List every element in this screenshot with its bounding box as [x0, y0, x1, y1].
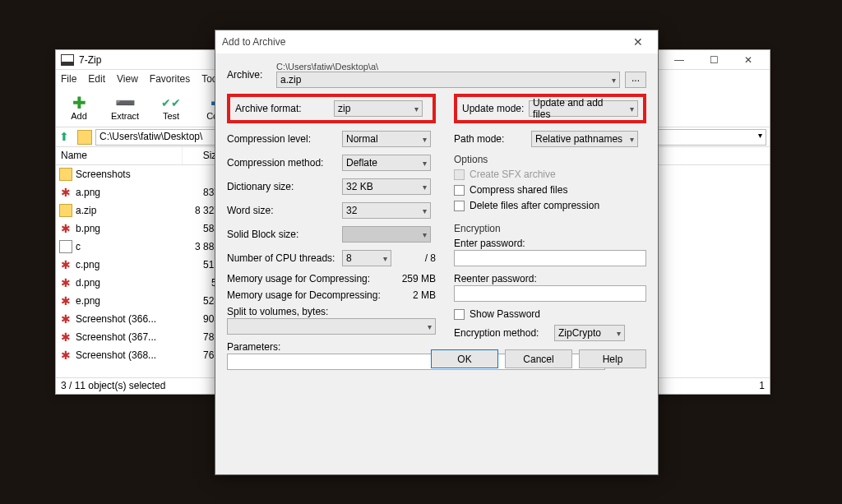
- options-heading: Options: [454, 154, 646, 165]
- enc-method-label: Encryption method:: [454, 327, 554, 339]
- file-name: c.png: [76, 259, 183, 270]
- folder-icon: [77, 130, 92, 145]
- encryption-heading: Encryption: [454, 223, 646, 234]
- toolbar-extract[interactable]: ➖ Extract: [107, 95, 143, 121]
- reenter-pw-label: Reenter password:: [454, 273, 646, 284]
- folder-icon: [59, 204, 72, 217]
- toolbar-extract-label: Extract: [111, 111, 139, 121]
- delete-checkbox[interactable]: [454, 201, 465, 211]
- minus-icon: ➖: [116, 95, 134, 111]
- params-label: Parameters:: [227, 341, 436, 353]
- word-size-select[interactable]: 32: [342, 202, 431, 219]
- delete-label: Delete files after compression: [470, 200, 599, 211]
- menu-view[interactable]: View: [117, 73, 138, 85]
- mem-decompress-label: Memory usage for Decompressing:: [227, 289, 381, 301]
- image-icon: ✱: [59, 186, 72, 199]
- image-icon: ✱: [59, 331, 72, 344]
- archive-label: Archive:: [227, 69, 276, 81]
- file-name: Screenshot (368...: [76, 349, 183, 361]
- file-icon: [59, 240, 72, 253]
- file-name: Screenshot (367...: [76, 331, 183, 343]
- help-button[interactable]: Help: [579, 349, 646, 368]
- file-name: a.zip: [76, 205, 183, 216]
- file-name: d.png: [76, 277, 183, 289]
- cancel-button[interactable]: Cancel: [505, 349, 572, 368]
- enc-method-select[interactable]: ZipCrypto: [554, 325, 625, 341]
- update-mode-highlight: Update mode: Update and add files: [454, 94, 646, 123]
- archive-format-highlight: Archive format: zip: [227, 94, 436, 123]
- image-icon: ✱: [59, 312, 72, 326]
- update-mode-select[interactable]: Update and add files: [529, 100, 638, 117]
- dictionary-select[interactable]: 32 KB: [342, 178, 431, 195]
- dictionary-label: Dictionary size:: [227, 181, 342, 192]
- minimize-button[interactable]: —: [663, 51, 696, 69]
- solid-block-label: Solid Block size:: [227, 229, 342, 240]
- image-icon: ✱: [59, 294, 72, 307]
- toolbar-test[interactable]: ✔✔ Test: [153, 95, 189, 121]
- compression-method-label: Compression method:: [227, 157, 342, 169]
- sfx-label: Create SFX archive: [470, 169, 556, 180]
- cpu-total: / 8: [425, 252, 436, 264]
- password-input[interactable]: [454, 250, 646, 266]
- format-select[interactable]: zip: [334, 100, 423, 117]
- menu-favorites[interactable]: Favorites: [150, 73, 190, 85]
- status-right: 1: [759, 380, 765, 392]
- dialog-close-button[interactable]: ✕: [625, 35, 651, 49]
- file-name: Screenshots: [76, 169, 183, 180]
- up-icon[interactable]: ⬆: [59, 130, 74, 145]
- image-icon: ✱: [59, 258, 72, 271]
- add-to-archive-dialog: Add to Archive ✕ Archive: C:\Users\fatiw…: [215, 30, 659, 475]
- image-icon: ✱: [59, 349, 72, 362]
- word-size-label: Word size:: [227, 205, 342, 216]
- file-name: b.png: [76, 223, 183, 234]
- dialog-titlebar: Add to Archive ✕: [215, 30, 658, 53]
- menu-edit[interactable]: Edit: [88, 73, 105, 85]
- compression-method-select[interactable]: Deflate: [342, 155, 431, 171]
- mem-compress-value: 259 MB: [402, 273, 436, 284]
- col-name-header[interactable]: Name: [56, 147, 183, 164]
- image-icon: ✱: [59, 276, 72, 289]
- path-mode-label: Path mode:: [454, 133, 531, 145]
- folder-icon: [59, 168, 72, 181]
- plus-icon: ✚: [70, 95, 88, 111]
- compression-level-select[interactable]: Normal: [342, 131, 431, 147]
- shared-label: Compress shared files: [470, 184, 567, 196]
- update-label: Update mode:: [462, 103, 529, 114]
- close-button[interactable]: ✕: [732, 51, 765, 69]
- split-label: Split to volumes, bytes:: [227, 306, 436, 317]
- split-field[interactable]: [227, 318, 436, 335]
- mem-compress-label: Memory usage for Compressing:: [227, 273, 370, 284]
- dialog-title: Add to Archive: [222, 36, 625, 48]
- enter-pw-label: Enter password:: [454, 238, 646, 249]
- cpu-select[interactable]: 8: [342, 250, 391, 266]
- password-confirm-input[interactable]: [454, 285, 646, 302]
- archive-path: C:\Users\fatiw\Desktop\a\: [276, 62, 646, 72]
- show-pw-checkbox[interactable]: [454, 309, 465, 320]
- show-pw-label: Show Password: [470, 308, 540, 320]
- toolbar-test-label: Test: [163, 111, 179, 121]
- toolbar-add-label: Add: [71, 111, 87, 121]
- toolbar-add[interactable]: ✚ Add: [61, 95, 97, 121]
- status-selection: 3 / 11 object(s) selected: [61, 380, 165, 392]
- mem-decompress-value: 2 MB: [413, 289, 436, 301]
- shared-checkbox[interactable]: [454, 185, 465, 196]
- archive-name-field[interactable]: a.zip: [276, 72, 620, 88]
- file-name: e.png: [76, 295, 183, 307]
- compression-level-label: Compression level:: [227, 133, 342, 145]
- solid-block-select: [342, 226, 431, 243]
- cpu-label: Number of CPU threads:: [227, 252, 342, 264]
- file-name: Screenshot (366...: [76, 313, 183, 325]
- app-icon: [61, 54, 74, 66]
- path-mode-select[interactable]: Relative pathnames: [531, 131, 638, 147]
- sfx-checkbox: [454, 169, 465, 180]
- check-icon: ✔✔: [162, 95, 180, 111]
- file-name: c: [76, 241, 183, 252]
- format-label: Archive format:: [235, 103, 334, 114]
- path-value: C:\Users\fatiw\Desktop\: [99, 131, 202, 142]
- file-name: a.png: [76, 187, 183, 198]
- maximize-button[interactable]: ☐: [697, 51, 730, 69]
- menu-file[interactable]: File: [61, 73, 76, 85]
- image-icon: ✱: [59, 222, 72, 235]
- browse-button[interactable]: ...: [625, 72, 646, 88]
- ok-button[interactable]: OK: [431, 349, 498, 368]
